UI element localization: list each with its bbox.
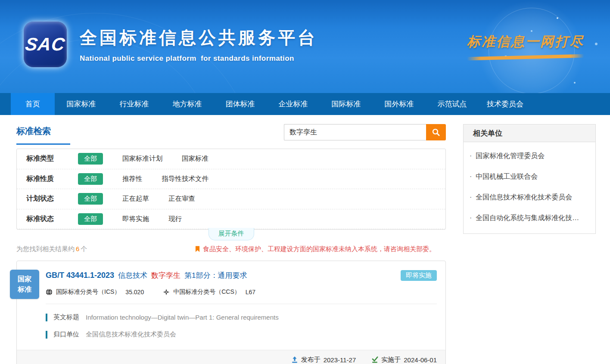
filter-option[interactable]: 指导性技术文件 [162,174,209,184]
published-label: 发布于 [301,356,321,364]
filter-all-badge[interactable]: 全部 [78,213,103,225]
ics-label: 国际标准分类号（ICS） [56,288,120,296]
implement-check-icon [371,356,378,363]
status-badge: 即将实施 [401,270,437,281]
detail-row-english-title: 英文标题 Information technology—Digital twin… [46,313,437,321]
filter-row-standard-type: 标准类型 全部 国家标准计划 国家标准 [17,149,445,169]
nav-item-group-standards[interactable]: 团体标准 [214,93,267,115]
related-unit-label: 全国自动化系统与集成标准化技… [476,214,579,221]
site-subtitle: National public service platform for sta… [80,54,317,63]
related-unit-label: 中国机械工业联合会 [476,173,538,180]
system-notice: 食品安全、环境保护、工程建设方面的国家标准未纳入本系统，请咨询相关部委。 [195,245,436,253]
detail-label: 英文标题 [53,313,79,321]
related-unit-label: 国家标准化管理委员会 [476,152,545,159]
nav-item-national-standards[interactable]: 国家标准 [55,93,108,115]
ccs-group: 中国标准分类号（CCS） L67 [163,288,255,296]
main-nav: 首页 国家标准 行业标准 地方标准 团体标准 企业标准 国际标准 国外标准 示范… [0,93,610,115]
magnifier-icon [432,128,440,137]
tab-standard-search[interactable]: 标准检索 [16,125,70,145]
nav-item-industry-standards[interactable]: 行业标准 [108,93,161,115]
filter-option[interactable]: 国家标准计划 [122,154,162,163]
publish-upload-icon [291,356,298,363]
bullet: · [470,193,472,201]
related-unit-item[interactable]: ·国家标准化管理委员会 [467,146,589,166]
detail-value: 全国信息技术标准化技术委员会 [86,330,176,339]
published-date: 2023-11-27 [324,356,356,364]
ics-value: 35.020 [125,289,144,296]
detail-label: 归口单位 [53,330,79,339]
teal-bar [46,331,47,339]
search-input[interactable] [284,124,426,140]
detail-row-committee: 归口单位 全国信息技术标准化技术委员会 [46,330,437,339]
bullet: · [470,173,472,180]
result-count: 6 [76,245,79,252]
bullet: · [470,214,472,221]
slogan: 标准信息一网打尽 [467,33,584,59]
sac-logo[interactable]: SAC [24,22,67,67]
search-section: 标准检索 [16,115,446,149]
filter-option[interactable]: 推荐性 [122,174,143,184]
filter-option[interactable]: 现行 [168,215,182,224]
nav-item-enterprise-standards[interactable]: 企业标准 [267,93,320,115]
standard-title-part1[interactable]: 信息技术 [118,271,147,280]
notice-text: 食品安全、环境保护、工程建设方面的国家标准未纳入本系统，请咨询相关部委。 [203,245,436,253]
filter-label: 标准性质 [26,174,66,184]
nav-item-home[interactable]: 首页 [11,93,55,115]
nav-item-technical-committees[interactable]: 技术委员会 [479,93,532,115]
compass-icon [163,289,170,296]
result-meta-row: 为您找到相关结果约6个 食品安全、环境保护、工程建设方面的国家标准未纳入本系统，… [16,245,446,253]
filter-panel: 标准类型 全部 国家标准计划 国家标准 标准性质 全部 推荐性 指导性技术文件 … [16,149,446,230]
globe-icon [46,289,53,296]
published-date-group: 发布于 2023-11-27 [291,356,356,364]
nav-item-pilot-programs[interactable]: 示范试点 [426,93,479,115]
filter-row-standard-nature: 标准性质 全部 推荐性 指导性技术文件 [17,169,445,190]
nav-item-international-standards[interactable]: 国际标准 [320,93,373,115]
filter-option[interactable]: 正在起草 [122,194,149,203]
result-summary-suffix: 个 [81,245,87,252]
filter-all-badge[interactable]: 全部 [78,173,103,185]
related-unit-item[interactable]: ·全国信息技术标准化技术委员会 [467,187,589,208]
search-button[interactable] [426,124,446,140]
filter-row-standard-status: 标准状态 全部 即将实施 现行 [17,209,445,230]
implemented-date-group: 实施于 2024-06-01 [371,356,437,364]
implemented-label: 实施于 [381,356,401,364]
filter-all-badge[interactable]: 全部 [78,193,103,205]
nav-item-foreign-standards[interactable]: 国外标准 [373,93,426,115]
card-title-row: GB/T 43441.1-2023 信息技术 数字孪生 第1部分：通用要求 即将… [46,270,437,281]
detail-value: Information technology—Digital twin—Part… [86,314,279,321]
ccs-label: 中国标准分类号（CCS） [173,288,240,296]
site-header: SAC 全国标准信息公共服务平台 National public service… [0,0,610,93]
related-unit-item[interactable]: ·全国自动化系统与集成标准化技… [467,208,589,228]
standard-type-tag: 国家 标准 [10,270,39,299]
bullet: · [470,152,472,159]
related-unit-label: 全国信息技术标准化技术委员会 [476,193,572,201]
card-meta-row: 国际标准分类号（ICS） 35.020 中国标准分类号（CCS） [46,288,437,296]
standard-title-highlight[interactable]: 数字孪生 [151,271,181,280]
related-units-title: 相关单位 [464,124,595,142]
page: SAC 全国标准信息公共服务平台 National public service… [0,0,610,364]
filter-option[interactable]: 即将实施 [122,215,149,224]
standard-title-part2[interactable]: 第1部分：通用要求 [184,271,247,280]
slogan-text: 标准信息一网打尽 [467,33,584,51]
result-summary: 为您找到相关结果约6个 [16,245,87,253]
tab-standard-search-label: 标准检索 [16,126,51,136]
site-title: 全国标准信息公共服务平台 [80,26,317,50]
implemented-date: 2024-06-01 [404,356,437,364]
sac-logo-text: SAC [24,34,66,55]
card-divider [46,304,437,304]
related-unit-item[interactable]: ·中国机械工业联合会 [467,166,589,187]
filter-all-badge[interactable]: 全部 [78,153,103,165]
filter-label: 计划状态 [26,194,66,203]
filter-option[interactable]: 正在审查 [168,194,195,203]
related-units-list: ·国家标准化管理委员会 ·中国机械工业联合会 ·全国信息技术标准化技术委员会 ·… [464,142,595,233]
standard-type-tag-line2: 标准 [10,284,39,295]
ccs-value: L67 [246,289,255,296]
related-units-panel: 相关单位 ·国家标准化管理委员会 ·中国机械工业联合会 ·全国信息技术标准化技术… [463,124,596,234]
expand-conditions-button[interactable]: 展开条件 [209,228,254,240]
filter-label: 标准类型 [26,154,66,163]
nav-item-local-standards[interactable]: 地方标准 [161,93,214,115]
result-summary-prefix: 为您找到相关结果约 [16,245,75,252]
standard-code-link[interactable]: GB/T 43441.1-2023 [46,271,114,280]
filter-option[interactable]: 国家标准 [182,154,209,163]
result-card: 国家 标准 GB/T 43441.1-2023 信息技术 数字孪生 第1部分：通… [16,261,446,364]
